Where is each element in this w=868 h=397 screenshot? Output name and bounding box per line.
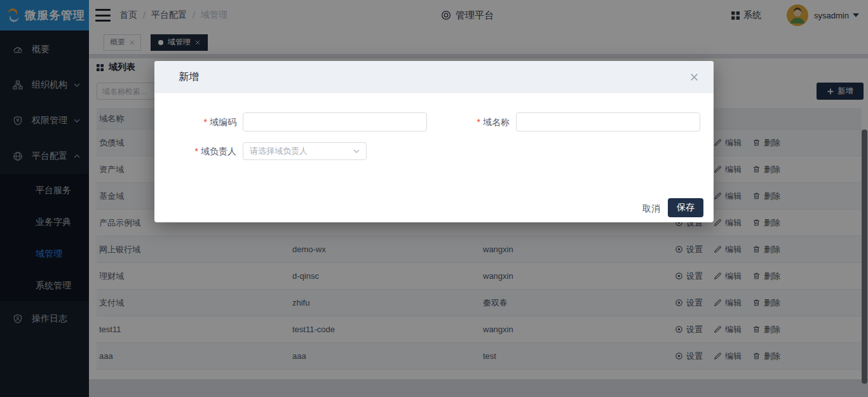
select-placeholder: 请选择域负责人 [250, 145, 308, 157]
modal-title: 新增 [179, 61, 199, 93]
domain-code-input[interactable] [243, 112, 427, 131]
save-button[interactable]: 保存 [668, 198, 703, 217]
field-label-domain-code: *域编码 [173, 112, 236, 131]
required-asterisk: * [195, 146, 198, 156]
domain-owner-select[interactable]: 请选择域负责人 [243, 142, 367, 160]
required-asterisk: * [204, 117, 207, 127]
cancel-button[interactable]: 取消 [637, 198, 665, 217]
required-asterisk: * [477, 117, 480, 127]
domain-name-input[interactable] [516, 112, 700, 131]
modal-header: 新增 [154, 61, 714, 93]
chevron-down-icon [353, 149, 360, 153]
field-label-domain-name: *域名称 [446, 112, 510, 131]
field-label-domain-owner: *域负责人 [173, 142, 236, 160]
close-icon[interactable] [690, 72, 698, 84]
add-domain-modal: 新增 *域编码 *域名称 *域负责人 请选择域负责人 取消 保存 [154, 61, 714, 222]
app-window: 微服务管理 首页 / 平台配置 / 域管理 管理平台 系统 sysadmin [0, 0, 868, 397]
